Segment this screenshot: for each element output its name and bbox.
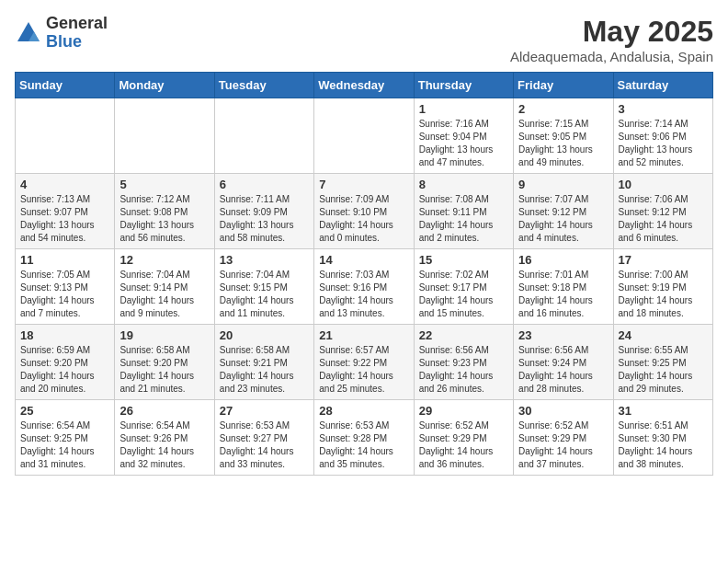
day-number: 19: [119, 328, 209, 342]
calendar-cell-w5-d3: 27Sunrise: 6:53 AMSunset: 9:27 PMDayligh…: [214, 400, 313, 476]
day-info: Sunrise: 6:57 AMSunset: 9:22 PMDaylight:…: [319, 344, 408, 396]
day-number: 21: [319, 328, 408, 342]
month-title: May 2025: [510, 15, 713, 49]
calendar-cell-w5-d7: 31Sunrise: 6:51 AMSunset: 9:30 PMDayligh…: [613, 400, 712, 476]
calendar-week-3: 11Sunrise: 7:05 AMSunset: 9:13 PMDayligh…: [16, 249, 713, 325]
day-info: Sunrise: 6:59 AMSunset: 9:20 PMDaylight:…: [20, 344, 109, 396]
calendar-cell-w4-d6: 23Sunrise: 6:56 AMSunset: 9:24 PMDayligh…: [514, 325, 613, 400]
header-wednesday: Wednesday: [314, 73, 414, 98]
calendar-cell-w4-d3: 20Sunrise: 6:58 AMSunset: 9:21 PMDayligh…: [214, 325, 313, 400]
calendar-cell-w1-d2: [115, 98, 214, 174]
logo-blue: Blue: [46, 33, 108, 52]
day-number: 10: [619, 178, 708, 191]
day-info: Sunrise: 7:02 AMSunset: 9:17 PMDaylight:…: [419, 269, 508, 320]
day-info: Sunrise: 7:14 AMSunset: 9:06 PMDaylight:…: [619, 118, 708, 169]
calendar-cell-w2-d3: 6Sunrise: 7:11 AMSunset: 9:09 PMDaylight…: [214, 174, 313, 249]
calendar-cell-w5-d4: 28Sunrise: 6:53 AMSunset: 9:28 PMDayligh…: [314, 400, 414, 476]
day-number: 14: [319, 253, 408, 267]
calendar-cell-w3-d5: 15Sunrise: 7:02 AMSunset: 9:17 PMDayligh…: [414, 249, 513, 325]
day-number: 11: [20, 253, 109, 267]
calendar-cell-w2-d4: 7Sunrise: 7:09 AMSunset: 9:10 PMDaylight…: [314, 174, 414, 249]
calendar-cell-w4-d4: 21Sunrise: 6:57 AMSunset: 9:22 PMDayligh…: [314, 325, 414, 400]
day-number: 7: [319, 178, 408, 191]
day-info: Sunrise: 7:05 AMSunset: 9:13 PMDaylight:…: [20, 269, 109, 320]
day-number: 9: [518, 178, 608, 191]
day-info: Sunrise: 6:55 AMSunset: 9:25 PMDaylight:…: [619, 344, 708, 396]
day-info: Sunrise: 7:15 AMSunset: 9:05 PMDaylight:…: [518, 118, 608, 169]
day-number: 18: [20, 328, 109, 342]
day-number: 13: [220, 253, 309, 267]
calendar-cell-w3-d4: 14Sunrise: 7:03 AMSunset: 9:16 PMDayligh…: [314, 249, 414, 325]
day-info: Sunrise: 7:13 AMSunset: 9:07 PMDaylight:…: [20, 193, 109, 245]
day-number: 6: [220, 178, 309, 191]
day-number: 23: [518, 328, 608, 342]
day-info: Sunrise: 6:53 AMSunset: 9:28 PMDaylight:…: [319, 419, 408, 471]
day-info: Sunrise: 6:52 AMSunset: 9:29 PMDaylight:…: [518, 419, 608, 471]
calendar-cell-w3-d3: 13Sunrise: 7:04 AMSunset: 9:15 PMDayligh…: [214, 249, 313, 325]
calendar-cell-w1-d5: 1Sunrise: 7:16 AMSunset: 9:04 PMDaylight…: [414, 98, 513, 174]
calendar-week-5: 25Sunrise: 6:54 AMSunset: 9:25 PMDayligh…: [16, 400, 713, 476]
calendar-cell-w3-d1: 11Sunrise: 7:05 AMSunset: 9:13 PMDayligh…: [16, 249, 115, 325]
day-number: 8: [419, 178, 508, 191]
day-number: 31: [619, 404, 708, 418]
calendar-cell-w5-d6: 30Sunrise: 6:52 AMSunset: 9:29 PMDayligh…: [514, 400, 613, 476]
day-info: Sunrise: 7:03 AMSunset: 9:16 PMDaylight:…: [319, 269, 408, 320]
day-number: 25: [20, 404, 109, 418]
calendar-cell-w1-d1: [16, 98, 115, 174]
day-info: Sunrise: 6:58 AMSunset: 9:21 PMDaylight:…: [220, 344, 309, 396]
calendar-week-4: 18Sunrise: 6:59 AMSunset: 9:20 PMDayligh…: [16, 325, 713, 400]
day-number: 27: [220, 404, 309, 418]
day-info: Sunrise: 6:56 AMSunset: 9:23 PMDaylight:…: [419, 344, 508, 396]
day-number: 5: [119, 178, 209, 191]
day-info: Sunrise: 7:00 AMSunset: 9:19 PMDaylight:…: [619, 269, 708, 320]
calendar-cell-w1-d4: [314, 98, 414, 174]
calendar-cell-w3-d6: 16Sunrise: 7:01 AMSunset: 9:18 PMDayligh…: [514, 249, 613, 325]
calendar-cell-w5-d1: 25Sunrise: 6:54 AMSunset: 9:25 PMDayligh…: [16, 400, 115, 476]
day-number: 15: [419, 253, 508, 267]
day-number: 12: [119, 253, 209, 267]
day-number: 26: [119, 404, 209, 418]
day-number: 24: [619, 328, 708, 342]
day-number: 28: [319, 404, 408, 418]
header-friday: Friday: [514, 73, 613, 98]
title-section: May 2025 Aldeaquemada, Andalusia, Spain: [510, 15, 713, 64]
weekday-header-row: Sunday Monday Tuesday Wednesday Thursday…: [16, 73, 713, 98]
calendar-week-1: 1Sunrise: 7:16 AMSunset: 9:04 PMDaylight…: [16, 98, 713, 174]
calendar-cell-w2-d1: 4Sunrise: 7:13 AMSunset: 9:07 PMDaylight…: [16, 174, 115, 249]
logo-text: General Blue: [46, 15, 108, 52]
location-title: Aldeaquemada, Andalusia, Spain: [510, 49, 713, 64]
calendar-cell-w2-d7: 10Sunrise: 7:06 AMSunset: 9:12 PMDayligh…: [613, 174, 712, 249]
calendar-cell-w4-d1: 18Sunrise: 6:59 AMSunset: 9:20 PMDayligh…: [16, 325, 115, 400]
day-info: Sunrise: 7:07 AMSunset: 9:12 PMDaylight:…: [518, 193, 608, 245]
calendar-cell-w3-d2: 12Sunrise: 7:04 AMSunset: 9:14 PMDayligh…: [115, 249, 214, 325]
day-info: Sunrise: 7:01 AMSunset: 9:18 PMDaylight:…: [518, 269, 608, 320]
calendar-table: Sunday Monday Tuesday Wednesday Thursday…: [15, 72, 713, 476]
calendar-cell-w2-d2: 5Sunrise: 7:12 AMSunset: 9:08 PMDaylight…: [115, 174, 214, 249]
day-info: Sunrise: 7:12 AMSunset: 9:08 PMDaylight:…: [119, 193, 209, 245]
day-number: 2: [518, 102, 608, 116]
logo-general: General: [46, 15, 108, 33]
day-info: Sunrise: 6:51 AMSunset: 9:30 PMDaylight:…: [619, 419, 708, 471]
header-tuesday: Tuesday: [214, 73, 313, 98]
day-number: 30: [518, 404, 608, 418]
logo: General Blue: [15, 15, 108, 52]
page-header: General Blue May 2025 Aldeaquemada, Anda…: [15, 15, 713, 64]
calendar-cell-w2-d6: 9Sunrise: 7:07 AMSunset: 9:12 PMDaylight…: [514, 174, 613, 249]
day-info: Sunrise: 7:09 AMSunset: 9:10 PMDaylight:…: [319, 193, 408, 245]
calendar-cell-w4-d2: 19Sunrise: 6:58 AMSunset: 9:20 PMDayligh…: [115, 325, 214, 400]
day-info: Sunrise: 7:04 AMSunset: 9:14 PMDaylight:…: [119, 269, 209, 320]
calendar-week-2: 4Sunrise: 7:13 AMSunset: 9:07 PMDaylight…: [16, 174, 713, 249]
day-info: Sunrise: 7:11 AMSunset: 9:09 PMDaylight:…: [220, 193, 309, 245]
calendar-cell-w2-d5: 8Sunrise: 7:08 AMSunset: 9:11 PMDaylight…: [414, 174, 513, 249]
header-thursday: Thursday: [414, 73, 513, 98]
calendar-cell-w5-d5: 29Sunrise: 6:52 AMSunset: 9:29 PMDayligh…: [414, 400, 513, 476]
calendar-cell-w4-d7: 24Sunrise: 6:55 AMSunset: 9:25 PMDayligh…: [613, 325, 712, 400]
day-number: 1: [419, 102, 508, 116]
day-info: Sunrise: 6:56 AMSunset: 9:24 PMDaylight:…: [518, 344, 608, 396]
calendar-cell-w1-d6: 2Sunrise: 7:15 AMSunset: 9:05 PMDaylight…: [514, 98, 613, 174]
day-number: 3: [619, 102, 708, 116]
calendar-cell-w1-d3: [214, 98, 313, 174]
day-info: Sunrise: 7:08 AMSunset: 9:11 PMDaylight:…: [419, 193, 508, 245]
day-info: Sunrise: 6:53 AMSunset: 9:27 PMDaylight:…: [220, 419, 309, 471]
day-info: Sunrise: 6:52 AMSunset: 9:29 PMDaylight:…: [419, 419, 508, 471]
